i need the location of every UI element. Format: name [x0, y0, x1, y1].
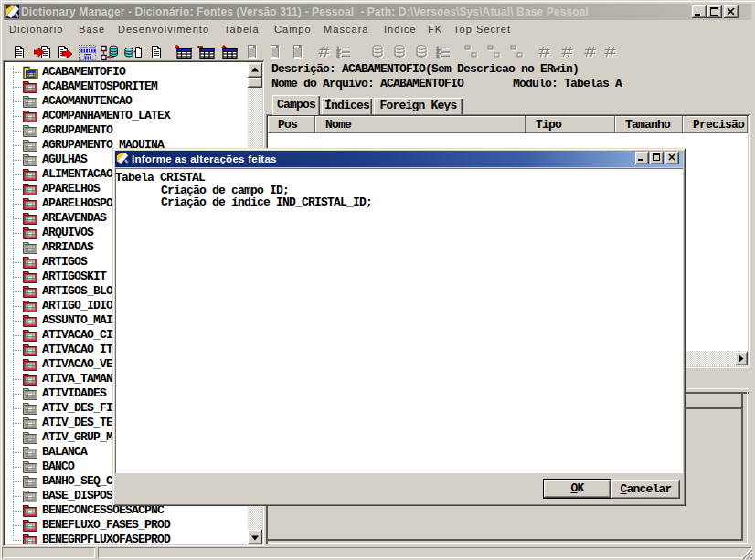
- svg-text:3.: 3.: [437, 54, 441, 59]
- svg-text:3.: 3.: [337, 54, 342, 59]
